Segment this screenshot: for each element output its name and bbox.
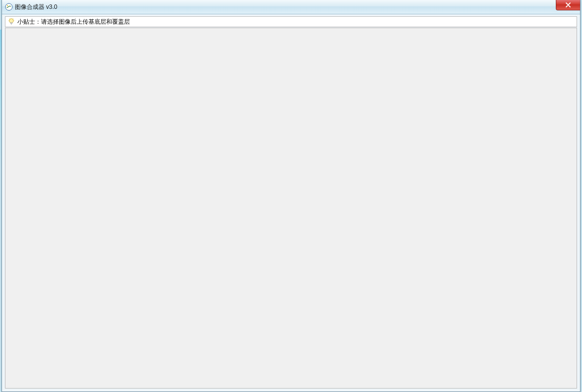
content-area	[5, 28, 577, 389]
window-title: 图像合成器 v3.0	[15, 3, 57, 11]
tip-bar: 小贴士：请选择图像后上传基底层和覆盖层	[5, 16, 577, 27]
svg-rect-3	[10, 23, 12, 24]
svg-point-1	[7, 5, 8, 6]
svg-point-0	[5, 3, 12, 10]
close-button[interactable]	[556, 0, 580, 10]
close-icon	[565, 2, 572, 7]
tip-text: 小贴士：请选择图像后上传基底层和覆盖层	[17, 18, 130, 26]
app-window: 图像合成器 v3.0 小贴士：请选择图像后上传基底层和覆盖层	[1, 0, 581, 392]
titlebar[interactable]: 图像合成器 v3.0	[2, 0, 580, 14]
lightbulb-icon	[7, 18, 15, 26]
app-icon	[5, 3, 13, 11]
